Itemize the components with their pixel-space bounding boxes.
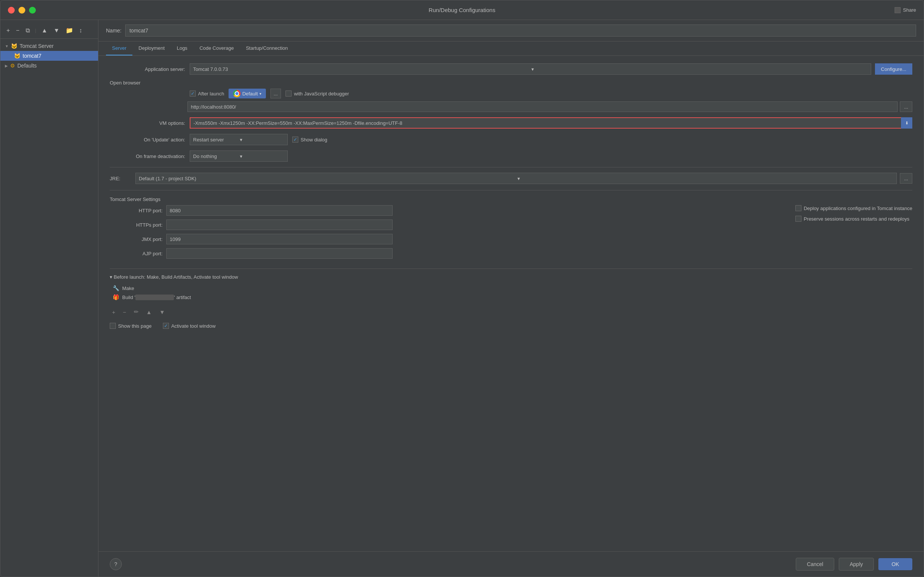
jmx-port-input[interactable]	[166, 234, 393, 244]
move-launch-up-button[interactable]: ▲	[144, 308, 154, 316]
help-button[interactable]: ?	[110, 558, 122, 570]
apply-button[interactable]: Apply	[839, 558, 874, 571]
blurred-artifact-name: c b:war exploded	[135, 295, 174, 300]
minimize-button[interactable]	[18, 7, 25, 14]
activate-window-label[interactable]: Activate tool window	[163, 323, 216, 329]
separator: |	[35, 27, 36, 33]
share-checkbox[interactable]	[895, 7, 901, 13]
make-icon: 🔧	[113, 285, 119, 291]
sidebar-item-tomcat7[interactable]: 🐱 tomcat7	[0, 51, 98, 61]
tab-code-coverage[interactable]: Code Coverage	[194, 42, 240, 55]
remove-config-button[interactable]: −	[15, 26, 21, 35]
after-launch-checkbox-label[interactable]: After launch	[190, 90, 224, 97]
deploy-checkbox-label[interactable]: Deploy applications configured in Tomcat…	[795, 205, 912, 211]
sort-button[interactable]: ↕	[78, 26, 84, 35]
tab-deployment[interactable]: Deployment	[132, 42, 171, 55]
sidebar-item-label: tomcat7	[23, 53, 42, 59]
jmx-port-label: JMX port:	[110, 237, 163, 242]
browser-select-button[interactable]: Default ▾	[229, 89, 266, 98]
main-window: Run/Debug Configurations Share + − ⧉ | ▲…	[0, 0, 924, 577]
tab-startup-connection[interactable]: Startup/Connection	[240, 42, 294, 55]
app-server-label: Application server:	[110, 66, 185, 72]
deploy-checkbox[interactable]	[795, 205, 801, 211]
show-page-label[interactable]: Show this page	[110, 323, 152, 329]
edit-launch-button[interactable]: ✏	[132, 308, 141, 316]
on-update-row: On 'Update' action: Restart server ▾ Sho…	[110, 134, 912, 145]
build-icon: 🎁	[113, 294, 119, 300]
name-bar: Name:	[98, 20, 924, 42]
http-port-input[interactable]	[166, 205, 393, 216]
cancel-button[interactable]: Cancel	[796, 558, 834, 571]
dropdown-arrow-icon: ▾	[518, 176, 894, 181]
tab-server[interactable]: Server	[106, 42, 132, 55]
browser-more-button[interactable]: ...	[271, 89, 281, 98]
preserve-checkbox-text: Preserve sessions across restarts and re…	[804, 216, 909, 222]
dropdown-arrow-icon: ▾	[240, 137, 284, 143]
bottom-options: Show this page Activate tool window	[110, 319, 912, 333]
move-down-button[interactable]: ▼	[52, 26, 61, 35]
sidebar-item-defaults[interactable]: ▶ ⚙ Defaults	[0, 61, 98, 71]
tree-arrow-collapsed: ▶	[5, 64, 8, 68]
configure-button[interactable]: Configure...	[875, 63, 912, 75]
show-dialog-checkbox[interactable]	[292, 137, 298, 143]
js-debugger-checkbox-label[interactable]: with JavaScript debugger	[285, 90, 349, 97]
name-label: Name:	[106, 27, 121, 34]
url-input[interactable]	[187, 102, 898, 112]
js-debugger-checkbox[interactable]	[285, 90, 292, 97]
copy-config-button[interactable]: ⧉	[24, 26, 31, 35]
name-input[interactable]	[125, 24, 916, 37]
show-dialog-label[interactable]: Show dialog	[292, 137, 327, 143]
remove-launch-button[interactable]: −	[121, 308, 129, 316]
sidebar: + − ⧉ | ▲ ▼ 📁 ↕ ▼ 🐱 Tomcat Server 🐱 tomc…	[0, 20, 98, 577]
https-port-input[interactable]	[166, 219, 393, 230]
browser-row: After launch Default ▾ ... with JavaScri…	[110, 89, 912, 98]
on-frame-label: On frame deactivation:	[110, 153, 185, 159]
dropdown-arrow-icon: ▾	[531, 66, 868, 72]
tab-logs[interactable]: Logs	[171, 42, 194, 55]
sidebar-item-label: Defaults	[17, 63, 37, 69]
folder-button[interactable]: 📁	[64, 26, 75, 35]
move-up-button[interactable]: ▲	[40, 26, 49, 35]
make-label: Make	[122, 285, 134, 291]
after-launch-checkbox[interactable]	[190, 90, 196, 97]
ok-button[interactable]: OK	[878, 558, 912, 570]
show-dialog-text: Show dialog	[301, 137, 327, 143]
add-config-button[interactable]: +	[5, 26, 11, 35]
maximize-button[interactable]	[29, 7, 36, 14]
activate-window-checkbox[interactable]	[163, 323, 169, 329]
ajp-port-input[interactable]	[166, 248, 393, 259]
build-artifact-item: 🎁 Build 'c b:war exploded' artifact	[110, 293, 912, 302]
defaults-icon: ⚙	[10, 63, 15, 69]
move-launch-down-button[interactable]: ▼	[157, 308, 167, 316]
app-server-dropdown[interactable]: Tomcat 7.0.0.73 ▾	[190, 63, 871, 75]
right-panel: Name: Server Deployment Logs Code Covera…	[98, 20, 924, 577]
vm-options-input[interactable]	[190, 117, 912, 129]
jre-row: JRE: Default (1.7 - project SDK) ▾ ...	[110, 173, 912, 184]
tomcat-settings-title: Tomcat Server Settings	[110, 197, 160, 202]
vm-options-wrapper: ⬇	[190, 117, 912, 129]
before-launch-label: ▾ Before launch: Make, Build Artifacts, …	[110, 274, 238, 280]
preserve-checkbox[interactable]	[795, 216, 801, 222]
sidebar-item-label: Tomcat Server	[19, 43, 53, 49]
add-launch-button[interactable]: +	[110, 308, 118, 316]
browser-dropdown-arrow: ▾	[260, 92, 261, 96]
url-more-button[interactable]: ...	[900, 102, 912, 112]
tomcat-settings-section: Tomcat Server Settings HTTP port: HTTPs …	[110, 190, 912, 263]
on-update-dropdown[interactable]: Restart server ▾	[190, 134, 288, 145]
close-button[interactable]	[8, 7, 15, 14]
show-page-checkbox[interactable]	[110, 323, 116, 329]
jre-more-button[interactable]: ...	[900, 173, 912, 184]
jre-label: JRE:	[110, 176, 132, 181]
on-update-value: Restart server	[193, 137, 238, 143]
open-browser-label: Open browser	[110, 80, 141, 85]
make-item: 🔧 Make	[110, 284, 912, 293]
http-port-label: HTTP port:	[110, 208, 163, 213]
on-frame-dropdown[interactable]: Do nothing ▾	[190, 150, 288, 162]
sidebar-item-tomcat-server[interactable]: ▼ 🐱 Tomcat Server	[0, 41, 98, 51]
vm-expand-button[interactable]: ⬇	[901, 117, 912, 129]
jre-dropdown[interactable]: Default (1.7 - project SDK) ▾	[135, 173, 897, 184]
js-debugger-label: with JavaScript debugger	[294, 91, 349, 97]
main-content: + − ⧉ | ▲ ▼ 📁 ↕ ▼ 🐱 Tomcat Server 🐱 tomc…	[0, 20, 924, 577]
titlebar: Run/Debug Configurations Share	[0, 0, 924, 20]
preserve-checkbox-label[interactable]: Preserve sessions across restarts and re…	[795, 216, 912, 222]
